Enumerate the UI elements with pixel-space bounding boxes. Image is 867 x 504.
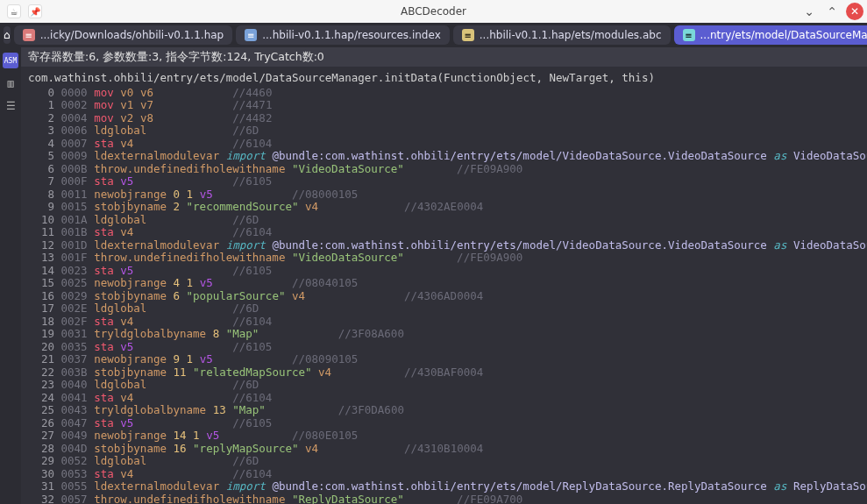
tab-icon: ≡ xyxy=(245,29,257,41)
tab-1[interactable]: ≡...hbili-v0.1.1.hap/resources.index xyxy=(236,25,450,45)
tab-icon: ≡ xyxy=(683,29,695,41)
method-signature: com.wathinst.ohbili/entry/ets/model/Data… xyxy=(28,72,860,85)
tab-label: ...hbili-v0.1.1.hap/ets/modules.abc xyxy=(480,29,662,41)
code-line[interactable]: 9 0015 stobjbyname 2 "recommendSource" v… xyxy=(28,201,860,214)
code-line[interactable]: 5 0009 ldexternalmodulevar import @bundl… xyxy=(28,150,860,163)
code-line[interactable]: 23 0040 ldglobal //6D xyxy=(28,379,860,392)
code-line[interactable]: 11 001B sta v4 //6104 xyxy=(28,226,860,239)
code-line[interactable]: 16 0029 stobjbyname 6 "popularSource" v4… xyxy=(28,290,860,303)
tab-0[interactable]: ≡...icky/Downloads/ohbili-v0.1.1.hap xyxy=(14,25,233,45)
code-line[interactable]: 8 0011 newobjrange 0 1 v5 //08000105 xyxy=(28,188,860,202)
code-line[interactable]: 26 0047 sta v5 //6105 xyxy=(28,417,860,430)
maximize-button[interactable]: ⌃ xyxy=(823,3,841,20)
window-title: ABCDecoder xyxy=(0,5,867,18)
code-line[interactable]: 12 001D ldexternalmodulevar import @bund… xyxy=(28,239,860,252)
tab-label: ...hbili-v0.1.1.hap/resources.index xyxy=(262,29,441,41)
minimize-button[interactable]: ⌄ xyxy=(800,3,818,20)
code-line[interactable]: 7 000F sta v5 //6105 xyxy=(28,175,860,188)
tab-3[interactable]: ≡...ntry/ets/model/DataSourceManager xyxy=(674,25,868,45)
code-line[interactable]: 28 004D stobjbyname 16 "replyMapSource" … xyxy=(28,443,860,456)
list-view-icon[interactable]: ☰ xyxy=(3,98,18,114)
code-line[interactable]: 18 002F sta v4 //6104 xyxy=(28,316,860,329)
tab-2[interactable]: ≡...hbili-v0.1.1.hap/ets/modules.abc xyxy=(453,25,671,45)
tab-label: ...ntry/ets/model/DataSourceManager xyxy=(700,29,868,41)
code-line[interactable]: 1 0002 mov v1 v7 //4471 xyxy=(28,99,860,112)
code-line[interactable]: 24 0041 sta v4 //6104 xyxy=(28,392,860,405)
pin-icon[interactable]: 📌 xyxy=(28,4,42,18)
code-line[interactable]: 0 0000 mov v0 v6 //4460 xyxy=(28,87,860,100)
left-gutter: ASM ▥ ☰ xyxy=(0,47,21,504)
info-bar: 寄存器数量:6, 参数数量:3, 指令字节数:124, TryCatch数:0 xyxy=(21,47,867,67)
code-line[interactable]: 6 000B throw.undefinedifholewithname "Vi… xyxy=(28,163,860,176)
app-icon: ☕ xyxy=(7,4,21,18)
code-line[interactable]: 19 0031 tryldglobalbyname 8 "Map" //3F08… xyxy=(28,328,860,341)
tab-icon: ≡ xyxy=(23,29,35,41)
code-line[interactable]: 14 0023 sta v5 //6105 xyxy=(28,265,860,278)
code-line[interactable]: 2 0004 mov v2 v8 //4482 xyxy=(28,112,860,125)
file-view-icon[interactable]: ▥ xyxy=(3,75,18,91)
code-line[interactable]: 30 0053 sta v4 //6104 xyxy=(28,468,860,481)
tab-icon: ≡ xyxy=(462,29,474,41)
code-line[interactable]: 32 0057 throw.undefinedifholewithname "R… xyxy=(28,493,860,505)
code-line[interactable]: 15 0025 newobjrange 4 1 v5 //08040105 xyxy=(28,277,860,290)
tab-label: ...icky/Downloads/ohbili-v0.1.1.hap xyxy=(40,29,224,41)
code-line[interactable]: 10 001A ldglobal //6D xyxy=(28,214,860,227)
code-line[interactable]: 27 0049 newobjrange 14 1 v5 //080E0105 xyxy=(28,429,860,443)
code-editor[interactable]: com.wathinst.ohbili/entry/ets/model/Data… xyxy=(21,67,867,504)
code-line[interactable]: 20 0035 sta v5 //6105 xyxy=(28,341,860,354)
tab-bar: ⌂ ≡...icky/Downloads/ohbili-v0.1.1.hap≡.… xyxy=(0,23,867,47)
close-button[interactable]: ✕ xyxy=(846,3,863,20)
code-line[interactable]: 3 0006 ldglobal //6D xyxy=(28,124,860,138)
window-titlebar: ☕ 📌 ABCDecoder ⌄ ⌃ ✕ xyxy=(0,0,867,23)
code-line[interactable]: 29 0052 ldglobal //6D xyxy=(28,455,860,468)
home-button[interactable]: ⌂ xyxy=(4,26,11,44)
code-line[interactable]: 31 0055 ldexternalmodulevar import @bund… xyxy=(28,480,860,493)
code-line[interactable]: 21 0037 newobjrange 9 1 v5 //08090105 xyxy=(28,353,860,366)
code-line[interactable]: 22 003B stobjbyname 11 "relatedMapSource… xyxy=(28,366,860,380)
code-line[interactable]: 13 001F throw.undefinedifholewithname "V… xyxy=(28,252,860,265)
code-line[interactable]: 17 002E ldglobal //6D xyxy=(28,302,860,316)
code-line[interactable]: 4 0007 sta v4 //6104 xyxy=(28,138,860,151)
code-line[interactable]: 25 0043 tryldglobalbyname 13 "Map" //3F0… xyxy=(28,404,860,417)
asm-view-icon[interactable]: ASM xyxy=(3,53,18,68)
